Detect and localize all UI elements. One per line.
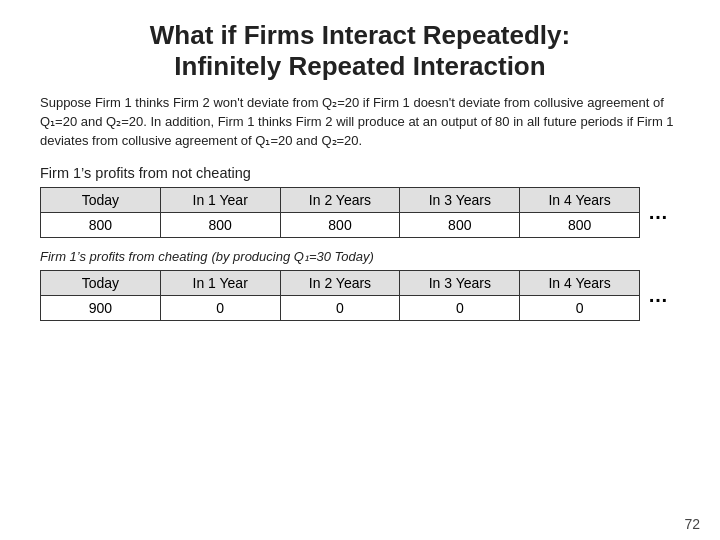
cheating-table: Today In 1 Year In 2 Years In 3 Years In… xyxy=(40,270,640,321)
cheating-table-wrapper: Today In 1 Year In 2 Years In 3 Years In… xyxy=(40,270,680,321)
c-val-2: 0 xyxy=(280,295,400,320)
nc-header-4: In 4 Years xyxy=(520,187,640,212)
cheating-label-sub: (by producing Q₁=30 Today) xyxy=(211,249,373,264)
nc-val-4: 800 xyxy=(520,212,640,237)
c-header-2: In 2 Years xyxy=(280,270,400,295)
c-val-0: 900 xyxy=(41,295,161,320)
title-line1: What if Firms Interact Repeatedly: xyxy=(40,20,680,51)
main-page: What if Firms Interact Repeatedly: Infin… xyxy=(0,0,720,540)
c-header-3: In 3 Years xyxy=(400,270,520,295)
cheating-dots: … xyxy=(648,284,670,307)
c-val-3: 0 xyxy=(400,295,520,320)
page-number: 72 xyxy=(684,516,700,532)
cheating-label: Firm 1’s profits from cheating (by produ… xyxy=(40,248,680,264)
nc-val-0: 800 xyxy=(41,212,161,237)
nc-header-0: Today xyxy=(41,187,161,212)
body-text: Suppose Firm 1 thinks Firm 2 won't devia… xyxy=(40,94,680,151)
c-header-1: In 1 Year xyxy=(160,270,280,295)
c-val-1: 0 xyxy=(160,295,280,320)
nc-header-3: In 3 Years xyxy=(400,187,520,212)
c-header-4: In 4 Years xyxy=(520,270,640,295)
nc-val-2: 800 xyxy=(280,212,400,237)
not-cheating-label: Firm 1’s profits from not cheating xyxy=(40,165,680,181)
nc-header-1: In 1 Year xyxy=(160,187,280,212)
not-cheating-dots: … xyxy=(648,201,670,224)
nc-header-2: In 2 Years xyxy=(280,187,400,212)
nc-val-1: 800 xyxy=(160,212,280,237)
title-line2: Infinitely Repeated Interaction xyxy=(40,51,680,82)
c-header-0: Today xyxy=(41,270,161,295)
not-cheating-table-wrapper: Today In 1 Year In 2 Years In 3 Years In… xyxy=(40,187,680,238)
nc-val-3: 800 xyxy=(400,212,520,237)
cheating-label-main: Firm 1’s profits from cheating xyxy=(40,249,207,264)
title-block: What if Firms Interact Repeatedly: Infin… xyxy=(40,20,680,82)
c-val-4: 0 xyxy=(520,295,640,320)
not-cheating-table: Today In 1 Year In 2 Years In 3 Years In… xyxy=(40,187,640,238)
